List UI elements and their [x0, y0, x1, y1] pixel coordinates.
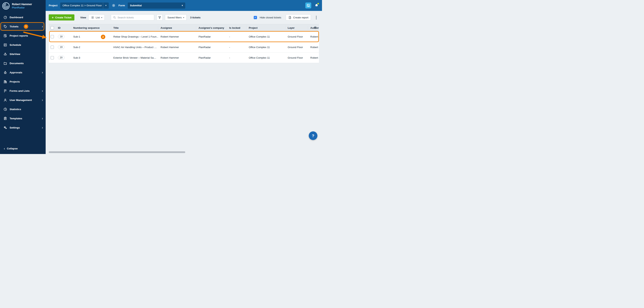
hide-closed-label: Hide closed tickets — [260, 16, 281, 19]
column-header-title[interactable]: Title — [111, 26, 158, 30]
annotation-step-1-badge: 1 — [24, 24, 28, 29]
sidebar-item-settings[interactable]: Settings› — [0, 123, 46, 132]
cell-id: 20 — [56, 56, 71, 60]
approvals-icon — [3, 70, 7, 74]
templates-icon — [3, 117, 7, 120]
sidebar-item-label: Projects — [10, 80, 20, 83]
sidebar-item-label: Project reports — [10, 34, 28, 37]
select-all-checkbox[interactable] — [49, 26, 56, 30]
column-header-numbering_sequence[interactable]: Numbering sequence — [71, 26, 111, 30]
cell-title: Exterior Brick Veneer – Material Sa… — [111, 56, 158, 59]
cell-is_locked: - — [227, 56, 246, 59]
user-name: Robert Hammer — [12, 3, 32, 6]
cell-author: Robert Hammer — [308, 35, 319, 38]
filter-button[interactable] — [156, 14, 163, 20]
column-header-layer[interactable]: Layer — [285, 26, 308, 30]
svg-text:PDF: PDF — [290, 17, 291, 18]
project-reports-icon — [3, 34, 7, 37]
cell-is_locked: - — [227, 35, 246, 38]
sidebar-item-schedule[interactable]: Schedule — [0, 40, 46, 49]
column-header-assignee[interactable]: Assignee — [158, 26, 196, 30]
table-row-19[interactable]: 19Sub-2HVAC Air Handling Units – Product… — [49, 42, 319, 52]
form-label: Form — [118, 4, 125, 7]
ticket-id-pill: 20 — [58, 56, 64, 60]
cell-layer: Ground Floor — [285, 35, 308, 38]
sidebar-item-templates[interactable]: Templates› — [0, 114, 46, 123]
sidebar-item-project-reports[interactable]: Project reports — [0, 31, 46, 40]
column-header-assignees_company[interactable]: Assignee's company — [196, 26, 227, 30]
row-checkbox[interactable] — [49, 46, 56, 49]
sidebar-item-tickets[interactable]: Tickets1› — [0, 22, 46, 31]
chevron-down-icon: ▾ — [101, 16, 102, 18]
sidebar-item-statistics[interactable]: Statistics — [0, 105, 46, 114]
chevron-left-icon: ‹ — [4, 147, 5, 150]
sidebar-item-label: Tickets — [10, 25, 18, 28]
sidebar-item-forms-and-lists[interactable]: Forms and Lists› — [0, 86, 46, 95]
sidebar-collapse-button[interactable]: ‹ Collapse — [0, 144, 46, 154]
siteview-icon — [3, 52, 7, 56]
collapse-label: Collapse — [7, 147, 18, 150]
table-row-18[interactable]: 18Sub-1Rebar Shop Drawings – Level 1 Fou… — [49, 31, 319, 42]
create-report-button[interactable]: PDF Create report — [286, 14, 311, 20]
sidebar-item-user-management[interactable]: User Management› — [0, 95, 46, 105]
sidebar-item-label: User Management — [10, 99, 32, 102]
chevron-right-icon: › — [42, 25, 43, 28]
column-header-id[interactable]: ID — [56, 26, 71, 30]
planradar-app: Robert Hammer PlanRadar DashboardTickets… — [0, 0, 322, 154]
column-header-is_locked[interactable]: Is locked — [227, 26, 246, 30]
schedule-icon — [3, 43, 7, 47]
ticket-count: 3 tickets — [190, 16, 200, 19]
ticket-id-pill: 18 — [58, 35, 64, 38]
cell-assignees_company: PlanRadar — [196, 35, 227, 38]
tickets-toolbar: + Create Ticket View List ▾ Saved filter… — [46, 11, 322, 20]
column-header-project[interactable]: Project — [246, 26, 285, 30]
annotation-step-2-badge: 2 — [101, 35, 105, 39]
list-icon — [91, 16, 94, 19]
sidebar-item-approvals[interactable]: Approvals› — [0, 68, 46, 77]
plan-viewer-button[interactable] — [305, 2, 311, 8]
help-button[interactable]: ? — [309, 131, 318, 140]
form-selector[interactable]: Submittal ▾ — [128, 2, 185, 9]
table-body: 18Sub-1Rebar Shop Drawings – Level 1 Fou… — [49, 31, 319, 63]
chevron-down-icon: ▾ — [183, 16, 184, 18]
column-settings-gear-icon[interactable] — [314, 26, 317, 29]
projects-icon — [3, 80, 7, 84]
search-tickets-input[interactable] — [118, 16, 152, 19]
cell-author: Robert Hammer — [308, 46, 319, 49]
horizontal-scrollbar-thumb[interactable] — [49, 151, 185, 153]
sidebar-item-siteview[interactable]: SiteView — [0, 49, 46, 59]
sidebar-item-label: Schedule — [10, 43, 21, 46]
brand-header: Robert Hammer PlanRadar — [0, 0, 46, 12]
sidebar-item-label: Settings — [10, 126, 20, 129]
settings-icon — [3, 126, 7, 130]
project-selector[interactable]: Office Complex 11 > Ground Floor ▾ — [60, 2, 109, 9]
view-mode-dropdown[interactable]: List ▾ — [88, 14, 105, 20]
row-checkbox[interactable] — [49, 56, 56, 59]
cell-title: HVAC Air Handling Units – Product … — [111, 46, 158, 49]
sidebar-item-documents[interactable]: Documents — [0, 59, 46, 68]
cell-layer: Ground Floor — [285, 46, 308, 49]
notification-dot — [318, 3, 319, 4]
plus-icon: + — [52, 16, 54, 19]
topbar: Project Office Complex 11 > Ground Floor… — [46, 0, 322, 11]
notifications-bell-icon[interactable] — [314, 3, 318, 7]
sidebar-item-dashboard[interactable]: Dashboard — [0, 13, 46, 22]
create-ticket-button[interactable]: + Create Ticket — [49, 14, 74, 20]
more-options-kebab-icon[interactable]: ⋮ — [314, 15, 319, 19]
search-icon — [113, 16, 116, 19]
hide-closed-checkbox[interactable]: ✔ — [254, 16, 257, 19]
project-settings-gear-icon[interactable] — [112, 4, 116, 7]
sidebar-item-label: Approvals — [10, 71, 22, 74]
cell-numbering_sequence: Sub-2 — [71, 46, 111, 49]
cell-project: Office Complex 11 — [246, 56, 285, 59]
sidebar-item-projects[interactable]: Projects — [0, 77, 46, 86]
sidebar-item-label: Forms and Lists — [10, 89, 30, 92]
cell-assignees_company: PlanRadar — [196, 46, 227, 49]
row-checkbox[interactable] — [49, 35, 56, 38]
table-row-20[interactable]: 20Sub-3Exterior Brick Veneer – Material … — [49, 52, 319, 63]
app-name: PlanRadar — [12, 6, 32, 9]
chevron-down-icon: ▾ — [103, 2, 109, 9]
chevron-right-icon: › — [42, 98, 43, 102]
pdf-file-icon: PDF — [288, 16, 292, 19]
saved-filters-dropdown[interactable]: Saved filters ▾ — [165, 14, 186, 20]
